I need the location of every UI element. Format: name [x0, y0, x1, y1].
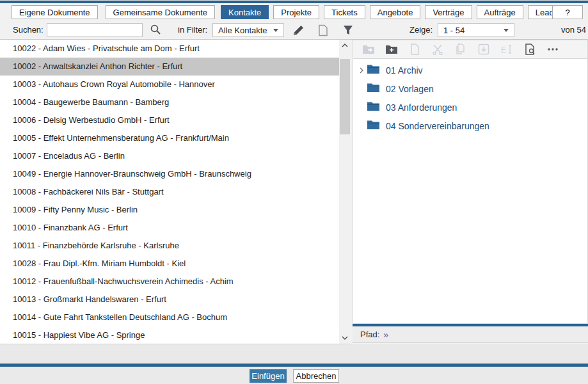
tree-item-archiv[interactable]: 01 Archiv — [353, 61, 587, 79]
tab-kontakte[interactable]: Kontakte — [221, 5, 269, 19]
tab-projekte[interactable]: Projekte — [273, 5, 319, 19]
list-item[interactable]: 10014 - Gute Fahrt Tankstellen Deutschla… — [0, 308, 339, 326]
list-item[interactable]: 10008 - Fachbäckerei Nils Bär - Stuttgar… — [0, 183, 339, 201]
tab-group-modules: Kontakte Projekte Tickets Angebote Vertr… — [221, 5, 566, 19]
folder-icon — [367, 83, 379, 95]
list-item[interactable]: 10015 - Happiest Vibe AG - Springe — [0, 326, 339, 344]
folder-icon — [367, 64, 379, 76]
list-item[interactable]: 10011 - Finanzbehörde Karlsruhe - Karlsr… — [0, 237, 339, 255]
list-item[interactable]: 10012 - Frauenfußball-Nachwuchsverein Ac… — [0, 273, 339, 291]
list-item-selected[interactable]: 10002 - Anwaltskanzlei Anthon Richter - … — [0, 58, 339, 76]
cut-icon — [431, 44, 444, 55]
list-item[interactable]: 10003 - Autohaus Crown Royal Automobile … — [0, 76, 339, 93]
edit-pencil-icon[interactable] — [292, 24, 305, 39]
list-item[interactable]: 10010 - Finanzbank AG - Erfurt — [0, 219, 339, 237]
tree-item-label: 04 Sondervereinbarungen — [386, 121, 489, 131]
list-scrollbar[interactable] — [339, 40, 351, 344]
list-item[interactable]: 10006 - Delsig Werbestudio GmbH - Erfurt — [0, 111, 339, 129]
tree-item-label: 02 Vorlagen — [386, 84, 434, 94]
tree-item-anforderungen[interactable]: 03 Anforderungen — [353, 98, 587, 116]
folder-toolbar: E — [353, 40, 588, 59]
range-select-value: 1 - 54 — [443, 26, 465, 35]
search-icon[interactable] — [150, 24, 161, 38]
tab-eigene-dokumente[interactable]: Eigene Dokumente — [12, 5, 98, 19]
contact-list: 10022 - Adam Wies - Privatschule am Dom … — [0, 40, 339, 344]
folder-tree: 01 Archiv 02 Vorlagen 03 Anforderungen 0… — [353, 59, 588, 324]
filter-bar: Suchen: in Filter: Alle Kontakte Zeige: … — [0, 21, 588, 40]
insert-button[interactable]: Einfügen — [250, 369, 287, 383]
filter-select-value: Alle Kontakte — [218, 26, 267, 35]
footer: Einfügen Abbrechen — [0, 367, 588, 384]
chevron-down-icon — [504, 29, 509, 32]
chevron-right-icon[interactable] — [357, 67, 366, 74]
tab-group-documents: Eigene Dokumente Gemeinsame Dokumente — [12, 5, 215, 19]
folder-icon — [367, 120, 379, 132]
svg-text:E: E — [501, 45, 506, 54]
preview-icon[interactable] — [523, 44, 536, 55]
tree-item-label: 03 Anforderungen — [386, 102, 457, 113]
scroll-down-icon[interactable] — [339, 332, 351, 344]
range-select[interactable]: 1 - 54 — [438, 23, 514, 37]
download-icon — [477, 44, 490, 55]
list-item[interactable]: 10007 - Enceladus AG - Berlin — [0, 147, 339, 165]
tab-bar: Eigene Dokumente Gemeinsame Dokumente Ko… — [0, 3, 588, 21]
funnel-filter-icon[interactable] — [342, 24, 354, 38]
tab-auftraege[interactable]: Aufträge — [477, 5, 523, 19]
list-item[interactable]: 10005 - Effekt Unternehmensberatung AG -… — [0, 129, 339, 147]
tab-gemeinsame-dokumente[interactable]: Gemeinsame Dokumente — [106, 5, 215, 19]
tab-angebote[interactable]: Angebote — [370, 5, 421, 19]
list-item[interactable]: 10004 - Baugewerbe Baumann - Bamberg — [0, 93, 339, 111]
new-document-icon — [408, 44, 421, 55]
filter-select[interactable]: Alle Kontakte — [212, 23, 284, 37]
tree-item-vorlagen[interactable]: 02 Vorlagen — [353, 79, 587, 98]
list-item[interactable]: 10028 - Frau Dipl.-Kfm. Miriam Humboldt … — [0, 255, 339, 273]
bottom-strip — [0, 344, 588, 364]
list-item[interactable]: 10022 - Adam Wies - Privatschule am Dom … — [0, 40, 339, 58]
more-icon[interactable] — [546, 44, 559, 55]
scrollbar-thumb[interactable] — [340, 59, 350, 134]
folder-move-icon — [362, 44, 375, 55]
list-item[interactable]: 10013 - Großmarkt Handelswaren - Erfurt — [0, 291, 339, 308]
help-button[interactable]: ? — [552, 5, 583, 19]
path-bar: Pfad: » — [353, 326, 588, 343]
tree-item-sondervereinbarungen[interactable]: 04 Sondervereinbarungen — [353, 116, 587, 135]
tab-vertraege[interactable]: Verträge — [425, 5, 472, 19]
search-label: Suchen: — [13, 25, 44, 35]
folder-icon — [367, 101, 379, 113]
copy-icon — [454, 44, 467, 55]
tab-tickets[interactable]: Tickets — [324, 5, 365, 19]
in-filter-label: in Filter: — [178, 25, 207, 35]
rename-icon: E — [500, 44, 513, 55]
folder-add-icon[interactable] — [385, 44, 398, 55]
show-range-label: Zeige: — [409, 25, 433, 35]
total-count-label: von 54 — [561, 25, 586, 35]
cancel-button[interactable]: Abbrechen — [293, 369, 339, 383]
path-value: » — [383, 330, 388, 340]
chevron-down-icon — [273, 29, 278, 32]
path-label: Pfad: — [360, 330, 379, 339]
search-input[interactable] — [47, 23, 143, 37]
tree-item-label: 01 Archiv — [386, 65, 423, 76]
scroll-up-icon[interactable] — [339, 40, 351, 51]
list-item[interactable]: 10009 - Fifty Penny Music - Berlin — [0, 201, 339, 219]
copy-icon[interactable] — [317, 24, 328, 39]
list-item[interactable]: 10049 - Energie Hannover-Braunschweig Gm… — [0, 165, 339, 183]
